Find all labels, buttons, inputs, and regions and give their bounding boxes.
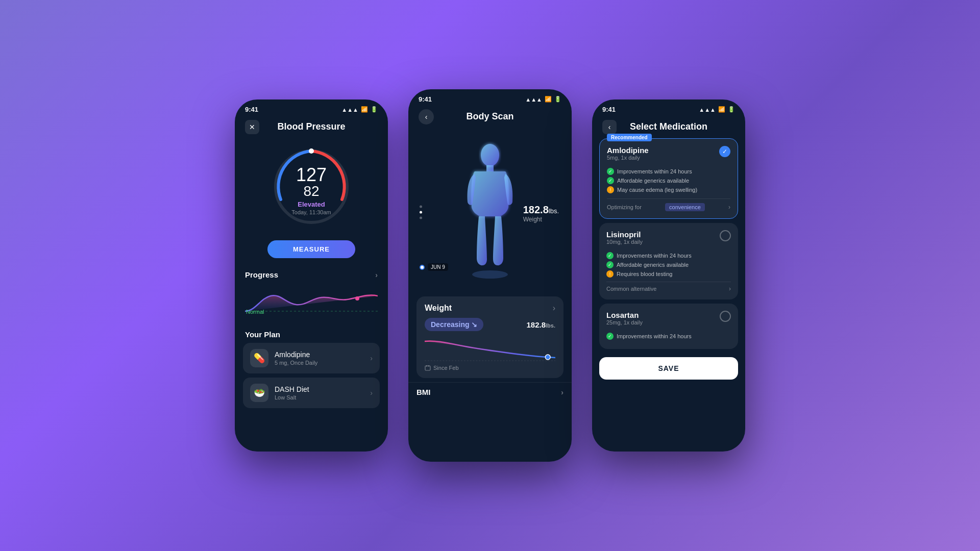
benefit-text-a1: Improvements within 24 hours	[617, 168, 692, 174]
benefit-row-a3: ! May cause edema (leg swelling)	[607, 186, 730, 193]
benefit-dot-green-l2: ✓	[606, 261, 614, 268]
progress-chart: Normal	[235, 283, 388, 324]
center-header: ‹ Body Scan	[408, 107, 572, 128]
bp-time: Today, 11:30am	[291, 209, 331, 215]
svg-point-4	[481, 144, 499, 166]
status-icons-left: ▲▲▲ 📶 🔋	[341, 106, 378, 113]
wifi-icon-c: 📶	[545, 96, 552, 103]
med-dosage-amlodipine: 5mg, 1x daily	[607, 155, 649, 161]
common-row: Common alternative ›	[606, 282, 731, 292]
close-button[interactable]: ✕	[245, 120, 259, 134]
benefit-row-l3: ! Requires blood testing	[606, 270, 731, 278]
plan-name-amlodipine: Amlodipine	[275, 350, 364, 359]
med-radio-lisinopril[interactable]	[720, 230, 731, 241]
page-title-bp: Blood Pressure	[277, 121, 345, 132]
phone-left: 9:41 ▲▲▲ 📶 🔋 ✕ Blood Pressure	[235, 99, 388, 452]
benefit-dot-green-a2: ✓	[607, 177, 614, 184]
benefit-text-l3: Requires blood testing	[617, 271, 672, 277]
plan-icon-amlodipine: 💊	[250, 349, 268, 367]
weight-card-title: Weight	[425, 304, 452, 313]
svg-rect-5	[486, 165, 494, 171]
back-button-med[interactable]: ‹	[602, 120, 617, 134]
bp-status: Elevated	[291, 201, 331, 208]
benefit-text-l2: Affordable generics available	[617, 262, 689, 268]
scan-dot-1	[420, 206, 422, 208]
bmi-row[interactable]: BMI ›	[408, 382, 572, 402]
save-button[interactable]: SAVE	[599, 357, 738, 380]
plan-name-dash: DASH Diet	[275, 385, 364, 393]
scan-dot-3	[420, 217, 422, 219]
med-card-losartan[interactable]: Losartan 25mg, 1x daily ✓ Improvements w…	[599, 304, 738, 349]
benefit-row-lo1: ✓ Improvements within 24 hours	[606, 333, 731, 340]
phone-center: 9:41 ▲▲▲ 📶 🔋 ‹ Body Scan	[408, 89, 572, 462]
plan-header: Your Plan	[235, 324, 388, 343]
optimize-tag: convenience	[665, 203, 705, 211]
body-scan-area: 182.8lbs. Weight JUN 9	[408, 128, 572, 296]
date-dot: JUN 9	[420, 263, 448, 271]
gauge-values: 127 82 Elevated Today, 11:30am	[291, 166, 331, 215]
med-card-lisinopril[interactable]: Lisinopril 10mg, 1x daily ✓ Improvements…	[599, 223, 738, 299]
plan-sub-amlodipine: 5 mg, Once Daily	[275, 360, 364, 366]
benefit-row-a2: ✓ Affordable generics available	[607, 177, 730, 184]
measure-btn-container: MEASURE	[235, 238, 388, 258]
plan-label: Your Plan	[245, 330, 280, 339]
optimize-arrow-icon[interactable]: ›	[728, 204, 730, 211]
normal-label: Normal	[246, 309, 264, 315]
signal-icon: ▲▲▲	[341, 107, 358, 113]
optimize-row: Optimizing for convenience ›	[607, 198, 730, 211]
scan-dots	[420, 206, 422, 219]
phone-right: 9:41 ▲▲▲ 📶 🔋 ‹ Select Medication Recomme…	[592, 99, 745, 452]
wifi-icon: 📶	[361, 106, 368, 113]
weight-chart	[425, 336, 555, 362]
weight-overlay: 182.8lbs. Weight	[523, 204, 559, 223]
recommended-badge: Recommended	[607, 134, 652, 141]
med-card-lisinopril-header: Lisinopril 10mg, 1x daily	[606, 230, 731, 250]
med-check-amlodipine: ✓	[719, 146, 730, 157]
med-card-amlodipine-header: Amlodipine 5mg, 1x daily ✓	[607, 146, 730, 166]
page-title-med: Select Medication	[630, 121, 707, 132]
med-radio-losartan[interactable]	[720, 311, 731, 322]
svg-point-6	[472, 270, 508, 279]
battery-icon-r: 🔋	[728, 106, 735, 113]
battery-icon: 🔋	[371, 106, 378, 113]
scan-dot-2	[420, 211, 422, 214]
common-arrow-icon[interactable]: ›	[729, 285, 731, 292]
bp-chart-svg	[245, 283, 378, 319]
benefit-dot-green-a1: ✓	[607, 168, 614, 175]
med-name-losartan: Losartan	[606, 311, 643, 319]
gauge-container: 127 82 Elevated Today, 11:30am	[235, 138, 388, 238]
benefit-text-a3: May cause edema (leg swelling)	[617, 187, 697, 193]
phones-container: 9:41 ▲▲▲ 📶 🔋 ✕ Blood Pressure	[235, 89, 745, 462]
progress-label: Progress	[245, 270, 278, 279]
status-bar-right: 9:41 ▲▲▲ 📶 🔋	[592, 99, 745, 117]
plan-icon-dash: 🥗	[250, 384, 268, 402]
weight-card-header: Weight ›	[425, 304, 555, 313]
decreasing-badge: Decreasing ↘	[425, 318, 483, 331]
bmi-label: BMI	[416, 388, 431, 396]
progress-header: Progress ›	[235, 264, 388, 283]
body-figure-svg	[459, 141, 521, 284]
common-label: Common alternative	[606, 286, 656, 292]
weight-card-arrow-icon[interactable]: ›	[553, 304, 555, 313]
benefit-row-l1: ✓ Improvements within 24 hours	[606, 252, 731, 259]
plan-item-dash[interactable]: 🥗 DASH Diet Low Salt ›	[243, 378, 380, 408]
plan-sub-dash: Low Salt	[275, 394, 364, 400]
back-button-center[interactable]: ‹	[419, 109, 434, 124]
status-bar-left: 9:41 ▲▲▲ 📶 🔋	[235, 99, 388, 117]
bp-header: ✕ Blood Pressure	[235, 117, 388, 138]
benefit-dot-green-l1: ✓	[606, 252, 614, 259]
progress-arrow-icon[interactable]: ›	[375, 271, 378, 279]
med-card-amlodipine[interactable]: Recommended Amlodipine 5mg, 1x daily ✓ ✓…	[599, 138, 738, 219]
date-dot-circle	[420, 265, 425, 270]
date-label: JUN 9	[428, 263, 448, 271]
benefit-dot-yellow-a3: !	[607, 186, 614, 193]
close-icon: ✕	[249, 123, 255, 131]
plan-item-amlodipine[interactable]: 💊 Amlodipine 5 mg, Once Daily ›	[243, 343, 380, 373]
since-feb-label: Since Feb	[433, 365, 459, 371]
med-dosage-lisinopril: 10mg, 1x daily	[606, 239, 643, 245]
plan-chevron-dash: ›	[370, 389, 373, 397]
optimize-label: Optimizing for	[607, 204, 642, 210]
page-title-scan: Body Scan	[466, 111, 513, 122]
benefit-dot-green-lo1: ✓	[606, 333, 614, 340]
measure-button[interactable]: MEASURE	[267, 240, 355, 258]
